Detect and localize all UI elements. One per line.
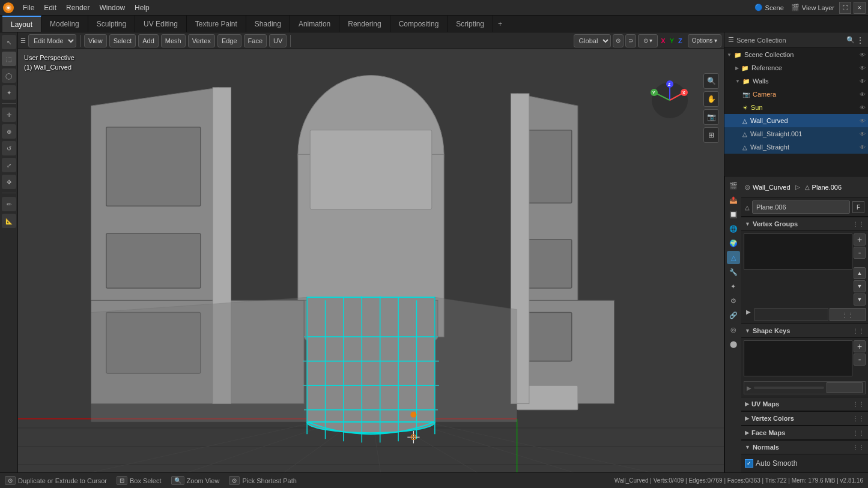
tab-texture-paint[interactable]: Texture Paint — [187, 16, 246, 32]
object-data-icon[interactable]: ◎ — [727, 323, 740, 336]
tool-move-icon[interactable]: ⊕ — [2, 124, 16, 139]
shape-key-value-slider[interactable] — [754, 387, 824, 389]
tool-scale-icon[interactable]: ⤢ — [2, 158, 16, 172]
add-menu-btn[interactable]: Add — [138, 34, 159, 47]
tab-shading[interactable]: Shading — [246, 16, 290, 32]
scene-props-icon[interactable]: 🌐 — [727, 222, 740, 235]
scene-selector[interactable]: Scene — [765, 4, 784, 11]
transform-pivot-selector[interactable]: ⊙ ▾ — [638, 34, 658, 47]
outliner-item-camera[interactable]: 📷 Camera 👁 — [724, 88, 868, 101]
tab-modeling[interactable]: Modeling — [41, 16, 88, 32]
snap-toggle[interactable]: ⊙ — [613, 34, 624, 47]
render-props-icon[interactable]: 🎬 — [727, 179, 740, 192]
data-name-input[interactable] — [752, 200, 850, 214]
outliner-item-scene-collection[interactable]: ▼ 📁 Scene Collection 👁 — [724, 48, 868, 61]
close-icon[interactable]: ✕ — [854, 2, 866, 14]
auto-smooth-checkbox[interactable]: ✓ — [745, 459, 753, 468]
proportional-editing-toggle[interactable]: ⊃ — [625, 34, 636, 47]
camera-view-icon[interactable]: 📷 — [703, 109, 719, 125]
constraints-props-icon[interactable]: 🔗 — [727, 309, 740, 322]
outliner-filter-icon[interactable]: 🔍 — [846, 36, 855, 44]
vertex-group-move-up-button[interactable]: ▲ — [854, 267, 866, 279]
tool-measure-icon[interactable]: 📐 — [2, 214, 16, 228]
tool-rotate-icon[interactable]: ↺ — [2, 141, 16, 155]
shape-key-add-button[interactable]: + — [854, 340, 866, 352]
zoom-in-icon[interactable]: 🔍 — [703, 73, 719, 89]
fake-user-button[interactable]: F — [852, 201, 864, 213]
window-menu[interactable]: Window — [94, 2, 130, 13]
tab-scripting[interactable]: Scripting — [448, 16, 493, 32]
vertex-group-add-button[interactable]: + — [854, 233, 866, 246]
pan-icon[interactable]: ✋ — [703, 91, 719, 107]
outliner-item-wall-straight[interactable]: △ Wall_Straight 👁 — [724, 140, 868, 154]
file-menu[interactable]: File — [18, 2, 39, 13]
add-workspace-button[interactable]: + — [493, 16, 507, 32]
modifier-props-icon[interactable]: 🔧 — [727, 265, 740, 279]
viewport-3d[interactable]: ☰ Edit Mode View Select Add Mesh Vertex … — [18, 32, 724, 472]
uv-maps-header[interactable]: ▶ UV Maps ⋮⋮ — [741, 397, 868, 411]
orthographic-icon[interactable]: ⊞ — [703, 127, 719, 143]
vertex-group-move-down-button[interactable]: ▼ — [854, 280, 866, 292]
face-maps-header[interactable]: ▶ Face Maps ⋮⋮ — [741, 426, 868, 440]
tool-select-box-icon[interactable]: ⬚ — [2, 52, 16, 66]
scene-3d-canvas[interactable]: User Perspective (1) Wall_Curved 🔍 ✋ 📷 ⊞… — [18, 49, 724, 472]
view-layer-selector[interactable]: View Layer — [802, 4, 834, 11]
walls-visibility-icon[interactable]: 👁 — [860, 78, 866, 85]
shape-key-value-input[interactable] — [827, 382, 863, 393]
outliner-item-reference[interactable]: ▶ 📁 Reference 👁 — [724, 61, 868, 74]
edit-menu[interactable]: Edit — [39, 2, 61, 13]
object-props-icon[interactable]: △ — [727, 251, 740, 264]
transform-orientation-selector[interactable]: Global — [574, 34, 611, 47]
wall-straight-001-visibility-icon[interactable]: 👁 — [860, 131, 866, 137]
sun-visibility-icon[interactable]: 👁 — [860, 104, 866, 111]
tab-uv-editing[interactable]: UV Editing — [135, 16, 187, 32]
tool-select-circle-icon[interactable]: ◯ — [2, 68, 16, 83]
outliner-item-wall-curved[interactable]: △ Wall_Curved 👁 — [724, 114, 868, 127]
help-menu[interactable]: Help — [130, 2, 154, 13]
camera-visibility-icon[interactable]: 👁 — [860, 91, 866, 98]
reference-visibility-icon[interactable]: 👁 — [860, 65, 866, 71]
outliner-item-walls[interactable]: ▼ 📁 Walls 👁 — [724, 74, 868, 88]
output-props-icon[interactable]: 📤 — [727, 193, 740, 206]
tab-sculpting[interactable]: Sculpting — [88, 16, 135, 32]
tool-cursor-icon[interactable]: ✛ — [2, 107, 16, 122]
visibility-icon[interactable]: 👁 — [860, 52, 866, 58]
tab-layout[interactable]: Layout — [2, 16, 41, 32]
vertex-colors-header[interactable]: ▶ Vertex Colors ⋮⋮ — [741, 411, 868, 426]
render-menu[interactable]: Render — [61, 2, 94, 13]
tab-animation[interactable]: Animation — [290, 16, 339, 32]
tool-annotate-icon[interactable]: ✏ — [2, 197, 16, 211]
tab-compositing[interactable]: Compositing — [390, 16, 448, 32]
vertex-group-extra-button[interactable]: ▼ — [854, 294, 866, 306]
view-layer-props-icon[interactable]: 🔲 — [727, 208, 740, 221]
select-menu-btn[interactable]: Select — [109, 34, 136, 47]
tool-transform-icon[interactable]: ✥ — [2, 175, 16, 189]
world-props-icon[interactable]: 🌍 — [727, 236, 740, 250]
shape-key-remove-button[interactable]: - — [854, 354, 866, 366]
vertex-menu-btn[interactable]: Vertex — [188, 34, 215, 47]
uv-menu-btn[interactable]: UV — [269, 34, 287, 47]
mesh-menu-btn[interactable]: Mesh — [161, 34, 186, 47]
tool-select-lasso-icon[interactable]: ✦ — [2, 85, 16, 100]
material-props-icon[interactable]: ⬤ — [727, 337, 740, 351]
physics-props-icon[interactable]: ⚙ — [727, 294, 740, 307]
tool-select-icon[interactable]: ↖ — [2, 35, 16, 49]
outliner-options-icon[interactable]: ⋮ — [856, 36, 864, 44]
normals-header[interactable]: ▼ Normals ⋮⋮ — [741, 440, 868, 454]
screen-maximize-icon[interactable]: ⛶ — [839, 2, 851, 14]
mode-selector[interactable]: Edit Mode — [28, 34, 76, 47]
options-button[interactable]: Options ▾ — [688, 34, 721, 47]
particles-props-icon[interactable]: ✦ — [727, 280, 740, 293]
outliner-item-wall-straight-001[interactable]: △ Wall_Straight.001 👁 — [724, 127, 868, 140]
wall-curved-visibility-icon[interactable]: 👁 — [860, 118, 866, 124]
viewport-gizmo[interactable]: Z X Y — [646, 76, 694, 124]
vertex-groups-header[interactable]: ▼ Vertex Groups ⋮⋮ — [741, 217, 868, 231]
face-menu-btn[interactable]: Face — [244, 34, 267, 47]
vertex-group-remove-button[interactable]: - — [854, 247, 866, 259]
wall-straight-visibility-icon[interactable]: 👁 — [860, 144, 866, 151]
view-menu-btn[interactable]: View — [84, 34, 107, 47]
tab-rendering[interactable]: Rendering — [339, 16, 390, 32]
shape-keys-header[interactable]: ▼ Shape Keys ⋮⋮ — [741, 324, 868, 338]
edge-menu-btn[interactable]: Edge — [217, 34, 241, 47]
outliner-item-sun[interactable]: ☀ Sun 👁 — [724, 101, 868, 114]
